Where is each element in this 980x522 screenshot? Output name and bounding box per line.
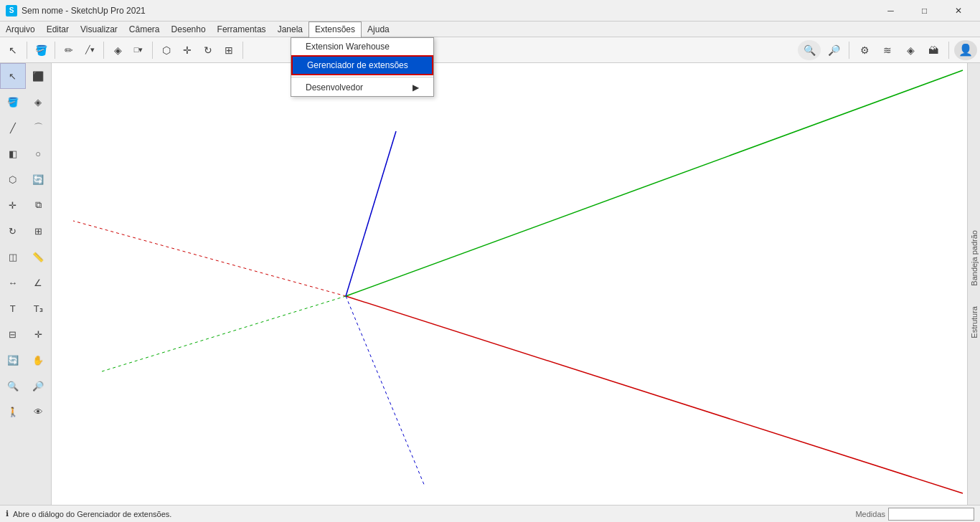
select-tool-btn[interactable]: ↖ <box>3 40 23 60</box>
look-around-tool[interactable]: 👁 <box>26 399 52 424</box>
line-btn[interactable]: ╱▾ <box>80 40 100 60</box>
measurements-input[interactable] <box>888 508 974 521</box>
right-panel-label-1: Bandeja padrão <box>970 230 979 286</box>
info-icon: ℹ <box>6 509 9 518</box>
eraser-btn[interactable]: ◈ <box>108 40 128 60</box>
move-btn[interactable]: ✛ <box>177 40 197 60</box>
rotate-btn[interactable]: ↻ <box>198 40 218 60</box>
main-layout: ↖ ⬛ 🪣 ◈ ╱ ⌒ ◧ ○ ⬡ 🔄 ✛ ⧉ ↻ ⊞ ◫ 📏 <box>0 63 980 505</box>
menu-ajuda[interactable]: Ajuda <box>362 22 395 37</box>
styles-btn[interactable]: ◈ <box>900 40 920 60</box>
measurements-label: Medidas <box>855 510 885 518</box>
layers-btn[interactable]: ≋ <box>877 40 897 60</box>
svg-line-3 <box>102 296 346 371</box>
zoom-window-tool[interactable]: 🔎 <box>26 373 52 399</box>
separator-5 <box>242 42 243 59</box>
window-title: Sem nome - SketchUp Pro 2021 <box>22 6 146 16</box>
walk-tool[interactable]: 🚶 <box>0 399 26 424</box>
follow-me-tool[interactable]: 🔄 <box>26 166 52 192</box>
scale-btn[interactable]: ⊞ <box>219 40 239 60</box>
statusbar: ℹ Abre o diálogo do Gerenciador de exten… <box>0 505 980 522</box>
menu-visualizar[interactable]: Visualizar <box>75 22 123 37</box>
rotate-tool[interactable]: ↻ <box>0 218 26 244</box>
menu-ferramentas[interactable]: Ferramentas <box>212 22 272 37</box>
orbit-tool[interactable]: 🔄 <box>0 347 26 373</box>
svg-line-2 <box>346 70 963 296</box>
pencil-btn[interactable]: ✏ <box>59 40 79 60</box>
window-controls: ─ □ ✕ <box>875 0 974 22</box>
line-draw-tool[interactable]: ╱ <box>0 115 26 141</box>
3dtext-tool[interactable]: T₃ <box>26 295 52 321</box>
settings-btn[interactable]: ⚙ <box>854 40 875 60</box>
canvas-svg <box>52 63 967 505</box>
sep-right-2 <box>948 42 949 59</box>
menu-extensoes[interactable]: Extensões <box>308 22 362 37</box>
close-button[interactable]: ✕ <box>942 0 974 22</box>
menu-editar[interactable]: Editar <box>41 22 75 37</box>
shape-btn[interactable]: □▾ <box>128 40 149 60</box>
right-panel-label-2: Estrutura <box>970 306 979 338</box>
circle-tool[interactable]: ○ <box>26 141 52 166</box>
svg-line-4 <box>346 131 396 296</box>
menu-camera[interactable]: Câmera <box>123 22 166 37</box>
desenvolvedor-item[interactable]: Desenvolvedor ▶ <box>291 79 433 96</box>
extension-warehouse-item[interactable]: Extension Warehouse <box>291 38 433 55</box>
svg-line-0 <box>346 296 963 493</box>
tape-tool[interactable]: 📏 <box>26 244 52 270</box>
app-icon: S <box>6 5 17 16</box>
menu-arquivo[interactable]: Arquivo <box>0 22 41 37</box>
paint-tool[interactable]: 🪣 <box>0 89 26 115</box>
left-toolbar: ↖ ⬛ 🪣 ◈ ╱ ⌒ ◧ ○ ⬡ 🔄 ✛ ⧉ ↻ ⊞ ◫ 📏 <box>0 63 52 505</box>
pan-tool[interactable]: ✋ <box>26 347 52 373</box>
dimension-tool[interactable]: ↔ <box>0 270 26 295</box>
profile-btn[interactable]: 👤 <box>954 40 977 60</box>
right-panel: Bandeja padrão Estrutura <box>967 63 980 505</box>
component-tool[interactable]: ⬛ <box>26 63 52 89</box>
axes-tool[interactable]: ✛ <box>26 321 52 347</box>
section-tool[interactable]: ⊟ <box>0 321 26 347</box>
measurements-area: Medidas <box>855 508 974 521</box>
dropdown-separator <box>291 77 433 77</box>
push-pull-btn[interactable]: ⬡ <box>156 40 176 60</box>
maximize-button[interactable]: □ <box>908 0 941 22</box>
menubar: Arquivo Editar Visualizar Câmera Desenho… <box>0 22 980 37</box>
push-pull-tool[interactable]: ⬡ <box>0 166 26 192</box>
menu-desenho[interactable]: Desenho <box>166 22 212 37</box>
submenu-arrow-icon: ▶ <box>413 82 419 92</box>
scale-tool[interactable]: ⊞ <box>26 218 52 244</box>
arc-tool[interactable]: ⌒ <box>26 115 52 141</box>
paint-bucket-btn[interactable]: 🪣 <box>31 40 51 60</box>
move-tool[interactable]: ✛ <box>0 192 26 218</box>
canvas-area[interactable] <box>52 63 967 505</box>
scenes-btn[interactable]: 🏔 <box>923 40 943 60</box>
toolbar: ↖ 🪣 ✏ ╱▾ ◈ □▾ ⬡ ✛ ↻ ⊞ 🔍 🔎 ⚙ ≋ ◈ 🏔 👤 <box>0 37 980 63</box>
menu-janela[interactable]: Janela <box>272 22 308 37</box>
separator-1 <box>27 42 27 59</box>
separator-3 <box>103 42 104 59</box>
polygon-tool[interactable]: ◧ <box>0 141 26 166</box>
zoom-btn[interactable]: 🔎 <box>824 40 844 60</box>
select-tool[interactable]: ↖ <box>0 63 26 89</box>
extensoes-dropdown: Extension Warehouse Gerenciador de exten… <box>291 37 434 97</box>
separator-2 <box>55 42 55 59</box>
protractor-tool[interactable]: ∠ <box>26 270 52 295</box>
sep-right-1 <box>849 42 849 59</box>
titlebar: S Sem nome - SketchUp Pro 2021 ─ □ ✕ <box>0 0 980 22</box>
svg-line-1 <box>73 221 346 296</box>
status-text: Abre o diálogo do Gerenciador de extensõ… <box>13 510 171 518</box>
copy-tool[interactable]: ⧉ <box>26 192 52 218</box>
text-tool[interactable]: T <box>0 295 26 321</box>
zoom-tool[interactable]: 🔍 <box>0 373 26 399</box>
gerenciador-extensoes-item[interactable]: Gerenciador de extensões <box>291 55 433 75</box>
svg-line-5 <box>346 296 425 486</box>
offset-tool[interactable]: ◫ <box>0 244 26 270</box>
search-btn[interactable]: 🔍 <box>798 40 821 60</box>
minimize-button[interactable]: ─ <box>875 0 907 22</box>
separator-4 <box>152 42 153 59</box>
eraser-tool[interactable]: ◈ <box>26 89 52 115</box>
